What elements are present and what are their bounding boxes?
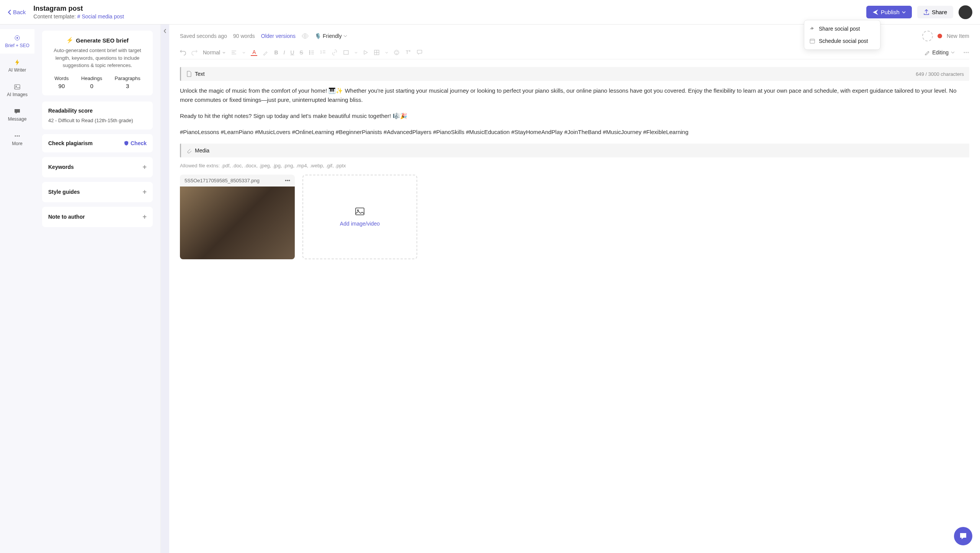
editing-mode-selector[interactable]: Editing <box>924 49 955 56</box>
hashtags[interactable]: #PianoLessons #LearnPiano #MusicLovers #… <box>180 128 969 137</box>
stat-words: Words 90 <box>54 75 69 89</box>
text-block-header: Text 649 / 3000 characters <box>180 67 969 81</box>
strike-button[interactable]: S <box>300 49 303 56</box>
rail-ai-writer[interactable]: AI Writer <box>0 54 34 78</box>
back-button[interactable]: Back <box>8 9 26 15</box>
saved-status: Saved seconds ago <box>180 33 227 39</box>
svg-point-34 <box>966 52 967 53</box>
bullet-list-icon[interactable] <box>309 49 315 56</box>
link-icon[interactable] <box>332 49 338 56</box>
svg-rect-0 <box>810 39 815 43</box>
align-icon[interactable] <box>231 49 237 56</box>
rail-ai-images[interactable]: AI Images <box>0 78 34 103</box>
svg-point-35 <box>968 52 969 53</box>
dropdown-schedule-post[interactable]: Schedule social post <box>804 35 880 47</box>
intercom-launcher[interactable] <box>954 527 972 545</box>
readability-score: 42 - Difficult to Read (12th-15th grade) <box>48 118 147 123</box>
collapse-sidebar-button[interactable] <box>161 25 169 553</box>
chevron-down-icon[interactable] <box>242 52 245 54</box>
media-card[interactable]: 5S5Oe1717059585_8505337.png ••• <box>180 175 295 259</box>
avatar[interactable] <box>959 5 972 19</box>
page-title: Instagram post <box>33 5 866 13</box>
dots-icon <box>14 133 21 139</box>
rail-more[interactable]: More <box>0 127 34 152</box>
style-guides-section[interactable]: Style guides + <box>42 182 153 202</box>
media-block-header: Media <box>180 144 969 157</box>
svg-point-28 <box>395 51 396 52</box>
note-section[interactable]: Note to author + <box>42 207 153 227</box>
status-dot <box>938 34 942 38</box>
share-label: Share <box>932 9 947 15</box>
title-area: Instagram post Content template: # Socia… <box>33 5 866 20</box>
publish-button[interactable]: Publish <box>866 6 912 18</box>
image-insert-icon[interactable] <box>343 49 349 56</box>
highlight-icon[interactable] <box>263 49 269 56</box>
svg-point-17 <box>309 54 310 55</box>
publish-label: Publish <box>881 9 900 15</box>
dropdown-share-post[interactable]: Share social post <box>804 23 880 35</box>
emoji-icon[interactable] <box>394 49 400 56</box>
media-more-icon[interactable]: ••• <box>285 178 290 183</box>
schedule-circle[interactable] <box>922 31 933 41</box>
rail-message[interactable]: Message <box>0 103 34 127</box>
clear-format-icon[interactable]: T <box>405 49 411 56</box>
svg-point-27 <box>394 50 399 55</box>
rail-images-label: AI Images <box>7 92 28 97</box>
bold-button[interactable]: B <box>274 49 278 56</box>
media-row: 5S5Oe1717059585_8505337.png ••• Add imag… <box>180 175 969 259</box>
tone-selector[interactable]: 🎙️ Friendly <box>315 33 347 39</box>
dropdown-schedule-label: Schedule social post <box>819 38 868 44</box>
attachment-icon <box>186 147 192 154</box>
seo-brief-title[interactable]: ⚡ Generate SEO brief <box>48 37 147 44</box>
undo-icon[interactable] <box>180 49 186 56</box>
top-header: Back Instagram post Content template: # … <box>0 0 980 25</box>
eye-icon[interactable] <box>302 33 309 39</box>
video-icon[interactable] <box>363 50 368 55</box>
template-link[interactable]: # Social media post <box>77 13 124 20</box>
add-media-button[interactable]: Add image/video <box>302 175 417 259</box>
chat-bubble-icon <box>959 532 967 540</box>
chevron-down-icon[interactable] <box>354 52 358 54</box>
older-versions-link[interactable]: Older versions <box>261 33 296 39</box>
rail-brief-label: Brief + SEO <box>5 43 29 48</box>
readability-title: Readability score <box>48 108 147 114</box>
heading-select[interactable]: Normal <box>203 49 225 56</box>
keywords-section[interactable]: Keywords + <box>42 157 153 177</box>
template-line: Content template: # Social media post <box>33 13 866 20</box>
svg-point-9 <box>304 35 306 37</box>
add-style-guide-button[interactable]: + <box>142 188 147 196</box>
add-note-button[interactable]: + <box>142 213 147 221</box>
chevron-down-icon[interactable] <box>385 52 388 54</box>
text-block-label: Text <box>195 71 205 77</box>
add-media-label: Add image/video <box>340 221 380 227</box>
comment-icon[interactable] <box>416 49 423 56</box>
body-paragraph-2[interactable]: Ready to hit the right notes? Sign up to… <box>180 111 969 121</box>
seo-brief-card: ⚡ Generate SEO brief Auto-generated cont… <box>42 31 153 95</box>
numbered-list-icon[interactable]: 12 <box>320 49 326 56</box>
image-icon <box>355 208 364 215</box>
allowed-extensions: Allowed file extns: .pdf, .doc, .docx, .… <box>180 163 969 169</box>
status-label[interactable]: New Item <box>947 33 969 39</box>
rail-more-label: More <box>12 141 22 146</box>
pencil-icon <box>924 50 930 55</box>
table-icon[interactable] <box>374 49 380 56</box>
add-keyword-button[interactable]: + <box>142 163 147 171</box>
share-arrow-icon <box>810 26 815 31</box>
media-filename: 5S5Oe1717059585_8505337.png <box>185 178 260 183</box>
redo-icon[interactable] <box>191 49 198 56</box>
share-button[interactable]: Share <box>917 6 953 18</box>
more-icon[interactable] <box>963 52 969 53</box>
italic-button[interactable]: I <box>284 49 285 56</box>
text-color-button[interactable]: A <box>251 49 257 56</box>
main: Brief + SEO AI Writer AI Images Message … <box>0 25 980 553</box>
rail-brief-seo[interactable]: Brief + SEO <box>0 29 34 54</box>
stat-paragraphs: Paragraphs 3 <box>115 75 140 89</box>
header-actions: Publish Share <box>866 5 972 19</box>
underline-button[interactable]: U <box>290 49 294 56</box>
check-plagiarism-button[interactable]: Check <box>124 140 147 146</box>
calendar-icon <box>810 38 815 44</box>
body-paragraph-1[interactable]: Unlock the magic of music from the comfo… <box>180 86 969 105</box>
svg-point-37 <box>357 209 359 211</box>
svg-text:T: T <box>406 50 409 55</box>
send-icon <box>872 9 879 15</box>
